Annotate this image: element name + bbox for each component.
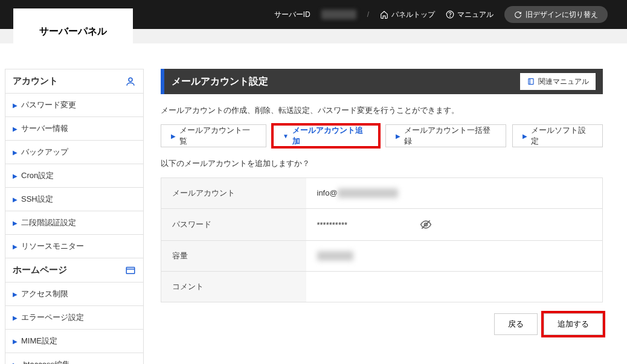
sidebar-item-label: Cron設定 xyxy=(21,170,54,181)
sidebar-item-label: 二段階認証設定 xyxy=(21,217,76,228)
sidebar-group-account: アカウント xyxy=(5,69,143,94)
home-icon xyxy=(380,10,388,19)
sidebar-item-cron[interactable]: ▶Cron設定 xyxy=(5,164,143,188)
chevron-right-icon: ▶ xyxy=(13,220,18,226)
sidebar-item-password[interactable]: ▶パスワード変更 xyxy=(5,94,143,117)
related-manual-button[interactable]: 関連マニュアル xyxy=(520,73,596,90)
sidebar-item-ssh[interactable]: ▶SSH設定 xyxy=(5,188,143,211)
chevron-right-icon: ▶ xyxy=(13,102,18,109)
panel-top-label: パネルトップ xyxy=(391,10,435,20)
svg-point-1 xyxy=(450,16,451,17)
row-password: パスワード ********** xyxy=(161,209,603,241)
chevron-down-icon: ▼ xyxy=(283,133,289,139)
actions-row: 戻る 追加する xyxy=(161,313,603,335)
mail-account-prefix: info@ xyxy=(317,188,338,197)
back-label: 戻る xyxy=(508,319,524,330)
eye-off-icon[interactable] xyxy=(420,219,432,231)
row-mail-account: メールアカウント info@ xyxy=(161,178,603,209)
tab-label: メールソフト設定 xyxy=(531,125,593,147)
mail-account-domain-masked xyxy=(338,188,398,198)
tab-mail-software[interactable]: ▶メールソフト設定 xyxy=(512,124,603,147)
sidebar-item-mime[interactable]: ▶MIME設定 xyxy=(5,330,143,353)
server-id-label: サーバーID xyxy=(274,10,310,20)
row-comment: コメント xyxy=(161,272,603,302)
tab-mail-list[interactable]: ▶メールアカウント一覧 xyxy=(161,124,266,147)
chevron-right-icon: ▶ xyxy=(13,196,18,203)
book-icon xyxy=(527,77,535,86)
row-label: パスワード xyxy=(161,209,306,241)
chevron-right-icon: ▶ xyxy=(13,315,18,321)
submit-button[interactable]: 追加する xyxy=(544,313,603,335)
chevron-right-icon: ▶ xyxy=(13,149,18,156)
page-header: メールアカウント設定 関連マニュアル xyxy=(161,69,603,94)
row-value: info@ xyxy=(306,178,603,209)
sidebar-group-label: アカウント xyxy=(13,75,58,87)
chevron-right-icon: ▶ xyxy=(13,126,18,132)
chevron-right-icon: ▶ xyxy=(13,362,18,365)
submit-label: 追加する xyxy=(558,319,589,330)
sidebar-item-label: バックアップ xyxy=(21,147,68,158)
page-title: メールアカウント設定 xyxy=(164,75,268,88)
back-button[interactable]: 戻る xyxy=(494,313,538,335)
row-value xyxy=(306,241,603,272)
chevron-right-icon: ▶ xyxy=(13,243,18,250)
user-icon xyxy=(125,76,136,87)
manual-label: マニュアル xyxy=(457,10,494,20)
switch-design-label: 旧デザインに切り替え xyxy=(526,10,598,20)
row-label: 容量 xyxy=(161,241,306,272)
related-manual-label: 関連マニュアル xyxy=(538,77,589,87)
sidebar-group-label: ホームページ xyxy=(13,264,67,276)
sidebar-item-label: SSH設定 xyxy=(21,194,53,205)
top-bar: サーバーパネル サーバーID / パネルトップ マニュアル 旧デザインに切り替え xyxy=(0,0,627,29)
tab-label: メールアカウント一覧 xyxy=(179,125,256,147)
sidebar-item-error-page[interactable]: ▶エラーページ設定 xyxy=(5,306,143,330)
sidebar-item-backup[interactable]: ▶バックアップ xyxy=(5,141,143,164)
brand-box: サーバーパネル xyxy=(13,8,133,54)
tab-mail-add[interactable]: ▼メールアカウント追加 xyxy=(272,124,379,147)
svg-point-2 xyxy=(129,78,132,81)
tab-mail-bulk[interactable]: ▶メールアカウント一括登録 xyxy=(385,124,507,147)
sidebar-item-2fa[interactable]: ▶二段階認証設定 xyxy=(5,211,143,235)
row-capacity: 容量 xyxy=(161,241,603,272)
row-value xyxy=(306,272,603,302)
confirm-text: 以下のメールアカウントを追加しますか？ xyxy=(161,158,603,169)
switch-design-button[interactable]: 旧デザインに切り替え xyxy=(504,6,608,23)
sidebar-item-access[interactable]: ▶アクセス制限 xyxy=(5,283,143,306)
panel-top-link[interactable]: パネルトップ xyxy=(380,10,435,20)
chevron-right-icon: ▶ xyxy=(522,133,527,139)
sidebar-item-label: アクセス制限 xyxy=(21,289,68,299)
main-content: メールアカウント設定 関連マニュアル メールアカウントの作成、削除、転送設定、パ… xyxy=(161,69,603,364)
top-right: サーバーID / パネルトップ マニュアル 旧デザインに切り替え xyxy=(274,0,608,29)
sidebar-item-label: MIME設定 xyxy=(21,336,57,346)
sidebar-item-server-info[interactable]: ▶サーバー情報 xyxy=(5,117,143,141)
confirm-table: メールアカウント info@ パスワード ********** 容量 xyxy=(161,177,603,302)
sidebar-item-htaccess[interactable]: ▶.htaccess編集 xyxy=(5,353,143,364)
svg-rect-3 xyxy=(126,267,135,273)
chevron-right-icon: ▶ xyxy=(171,133,176,139)
chevron-right-icon: ▶ xyxy=(13,291,18,298)
question-icon xyxy=(446,10,454,19)
svg-rect-5 xyxy=(529,78,533,84)
page-description: メールアカウントの作成、削除、転送設定、パスワード変更を行うことができます。 xyxy=(161,105,603,116)
tabs-row: ▶メールアカウント一覧 ▼メールアカウント追加 ▶メールアカウント一括登録 ▶メ… xyxy=(161,124,603,147)
manual-link[interactable]: マニュアル xyxy=(446,10,494,20)
chevron-right-icon: ▶ xyxy=(13,338,18,345)
refresh-icon xyxy=(514,11,522,19)
sidebar-item-label: エラーページ設定 xyxy=(21,312,84,323)
separator: / xyxy=(367,10,369,19)
server-id-value-masked xyxy=(321,10,356,19)
tab-label: メールアカウント追加 xyxy=(292,125,369,147)
chevron-right-icon: ▶ xyxy=(13,173,18,179)
sidebar: アカウント ▶パスワード変更 ▶サーバー情報 ▶バックアップ ▶Cron設定 ▶… xyxy=(5,69,144,364)
sidebar-item-label: サーバー情報 xyxy=(21,123,68,134)
password-masked: ********** xyxy=(317,220,348,229)
sidebar-item-label: パスワード変更 xyxy=(21,100,76,110)
page-body: アカウント ▶パスワード変更 ▶サーバー情報 ▶バックアップ ▶Cron設定 ▶… xyxy=(0,43,622,364)
sidebar-item-resource-monitor[interactable]: ▶リソースモニター xyxy=(5,235,143,258)
brand-title: サーバーパネル xyxy=(39,25,107,38)
window-icon xyxy=(125,265,136,276)
row-label: メールアカウント xyxy=(161,178,306,209)
sidebar-item-label: リソースモニター xyxy=(21,241,84,252)
chevron-right-icon: ▶ xyxy=(396,133,400,139)
capacity-masked xyxy=(317,251,353,261)
